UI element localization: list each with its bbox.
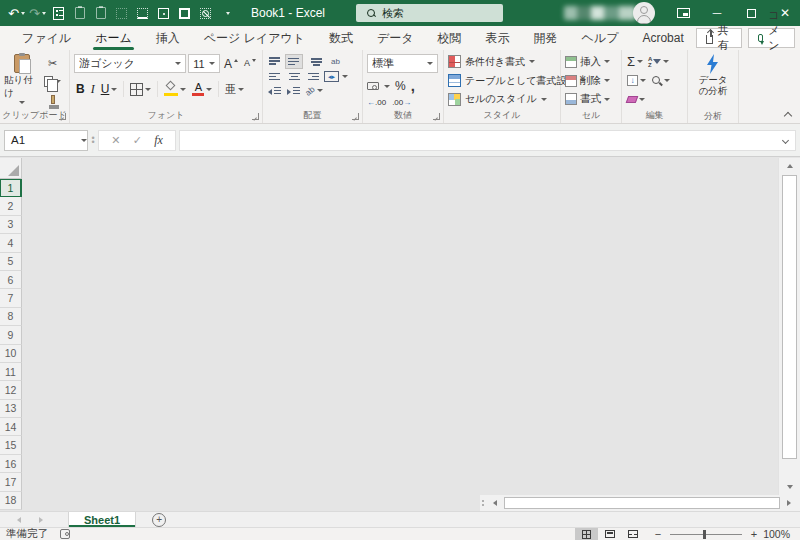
maximize-button[interactable]	[736, 0, 766, 26]
comma-style-button[interactable]: ,	[411, 82, 415, 90]
align-left-button[interactable]	[267, 70, 283, 83]
tab-split-handle[interactable]	[482, 500, 484, 506]
sort-filter-button[interactable]: AZ	[647, 53, 670, 70]
number-dialog-launcher[interactable]	[433, 113, 440, 120]
row-header-3[interactable]: 3	[0, 216, 22, 234]
clear-button[interactable]	[626, 91, 646, 108]
ribbon-tab-4[interactable]: 数式	[317, 26, 365, 50]
decrease-decimal-button[interactable]: .00→	[392, 98, 411, 107]
number-format-combo[interactable]: 標準	[367, 54, 438, 73]
delete-cells-button[interactable]: 削除	[565, 72, 617, 90]
picture-in-picture-icon[interactable]	[668, 0, 698, 26]
orientation-button[interactable]: ab	[303, 84, 317, 98]
undo-icon[interactable]: ↶	[6, 2, 27, 24]
conditional-formatting-button[interactable]: 条件付き書式	[448, 53, 556, 71]
format-cells-button[interactable]: 書式	[565, 90, 617, 108]
enter-icon[interactable]: ✓	[133, 134, 142, 147]
formula-input[interactable]	[179, 130, 796, 151]
sheet-nav-left-icon[interactable]	[8, 517, 30, 523]
form-properties-icon[interactable]	[48, 2, 69, 24]
row-header-2[interactable]: 2	[0, 197, 22, 215]
alignment-dialog-launcher[interactable]	[352, 113, 359, 120]
scroll-right-icon[interactable]	[782, 496, 796, 510]
comment-button[interactable]: コメント	[748, 28, 795, 48]
row-header-7[interactable]: 7	[0, 289, 22, 307]
row-header-4[interactable]: 4	[0, 234, 22, 252]
cancel-icon[interactable]: ✕	[111, 134, 120, 147]
underline-button[interactable]: U	[99, 80, 120, 98]
cut-button[interactable]: ✂	[42, 55, 63, 72]
avatar[interactable]	[633, 2, 655, 24]
horizontal-scrollbar[interactable]	[480, 495, 800, 511]
ribbon-tab-8[interactable]: 開発	[522, 26, 570, 50]
ribbon-tab-7[interactable]: 表示	[474, 26, 522, 50]
normal-view-button[interactable]	[575, 528, 598, 540]
cell-styles-button[interactable]: セルのスタイル	[448, 90, 556, 108]
ribbon-tab-2[interactable]: 挿入	[144, 26, 192, 50]
borders-button[interactable]	[128, 80, 153, 98]
worksheet-area[interactable]: 123456789101112131415161718	[0, 158, 778, 511]
scroll-left-icon[interactable]	[488, 496, 502, 510]
font-dialog-launcher[interactable]	[252, 113, 259, 120]
select-all-button[interactable]	[0, 158, 22, 179]
currency-format-icon[interactable]	[367, 82, 379, 90]
format-painter-button[interactable]	[42, 91, 63, 108]
zoom-out-button[interactable]: −	[652, 528, 664, 540]
page-layout-view-button[interactable]	[598, 528, 621, 540]
zoom-slider-handle[interactable]	[703, 530, 706, 539]
data-analysis-button[interactable]: データ の分析	[699, 54, 728, 96]
paste-formulas-icon[interactable]	[90, 2, 111, 24]
insert-function-icon[interactable]: fx	[154, 133, 163, 148]
phonetic-guide-button[interactable]: 亜	[223, 80, 246, 98]
formula-bar-splitter[interactable]: ••	[88, 136, 98, 144]
redo-icon[interactable]: ↷	[27, 2, 48, 24]
fill-button[interactable]: ↓	[626, 72, 647, 89]
align-bottom-button[interactable]	[305, 55, 328, 68]
ribbon-tab-6[interactable]: 校閲	[426, 26, 474, 50]
sheet-nav-right-icon[interactable]	[30, 517, 52, 523]
paste-values-icon[interactable]	[69, 2, 90, 24]
row-header-6[interactable]: 6	[0, 271, 22, 289]
row-header-12[interactable]: 12	[0, 381, 22, 399]
zoom-slider[interactable]	[670, 534, 742, 535]
dotted-bottom-border-icon[interactable]	[111, 2, 132, 24]
decrease-indent-button[interactable]	[267, 85, 283, 96]
format-as-table-button[interactable]: テーブルとして書式設定	[448, 72, 556, 90]
ribbon-tab-9[interactable]: ヘルプ	[570, 26, 631, 50]
row-header-14[interactable]: 14	[0, 418, 22, 436]
thick-outside-border-icon[interactable]	[174, 2, 195, 24]
sheet-tab-active[interactable]: Sheet1	[68, 512, 136, 527]
ribbon-tab-3[interactable]: ページ レイアウト	[192, 26, 317, 50]
ribbon-tab-1[interactable]: ホーム	[83, 26, 144, 50]
row-header-15[interactable]: 15	[0, 436, 22, 454]
shrink-font-button[interactable]: A	[242, 55, 258, 73]
ribbon-tab-5[interactable]: データ	[365, 26, 426, 50]
copy-button[interactable]	[42, 73, 63, 90]
wrap-text-button[interactable]: ab	[331, 57, 340, 66]
percent-style-button[interactable]: %	[395, 79, 406, 93]
row-header-9[interactable]: 9	[0, 326, 22, 344]
font-size-combo[interactable]: 11	[188, 54, 220, 73]
vertical-scroll-thumb[interactable]	[782, 175, 797, 459]
row-header-10[interactable]: 10	[0, 345, 22, 363]
search-box[interactable]: 検索	[356, 4, 503, 22]
row-header-18[interactable]: 18	[0, 492, 22, 510]
italic-button[interactable]: I	[89, 80, 97, 98]
grow-font-button[interactable]: A	[222, 55, 240, 73]
row-header-11[interactable]: 11	[0, 363, 22, 381]
row-header-5[interactable]: 5	[0, 253, 22, 271]
merge-center-button[interactable]: ◂▸	[324, 71, 339, 82]
zoom-in-button[interactable]: +	[748, 528, 760, 540]
horizontal-scroll-thumb[interactable]	[504, 497, 780, 509]
outside-border-icon[interactable]	[153, 2, 174, 24]
row-header-13[interactable]: 13	[0, 400, 22, 418]
ribbon-tab-0[interactable]: ファイル	[10, 26, 83, 50]
row-header-17[interactable]: 17	[0, 473, 22, 491]
increase-indent-button[interactable]	[286, 85, 302, 96]
qat-overflow-icon[interactable]	[216, 2, 237, 24]
font-color-button[interactable]: A	[190, 80, 214, 98]
vertical-scrollbar[interactable]	[778, 158, 800, 495]
paste-button[interactable]: 貼り付け	[4, 54, 40, 108]
align-middle-button[interactable]	[286, 55, 302, 68]
scroll-up-icon[interactable]	[779, 158, 800, 174]
